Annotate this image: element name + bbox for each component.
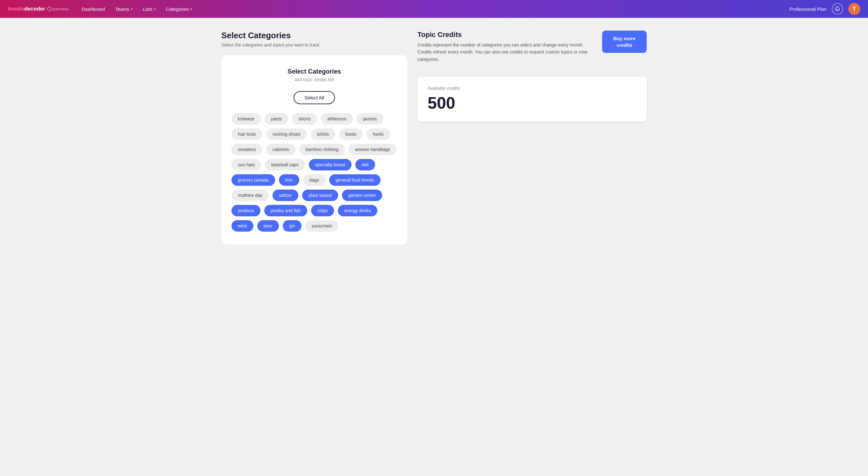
- tag-plant-based[interactable]: plant based: [302, 189, 338, 201]
- tag-knitwear[interactable]: knitwear: [231, 113, 261, 125]
- logo[interactable]: trendsdecoder granularity: [8, 6, 69, 12]
- tag-sunscreen[interactable]: sunscreen: [305, 220, 339, 232]
- tag-general-food-trends[interactable]: general food trends: [329, 174, 380, 186]
- main-nav: Dashboard Teams ▾ Lists ▾ Categories ▾: [82, 6, 789, 12]
- available-credits-card: Available credits 500: [417, 77, 647, 121]
- avatar[interactable]: T: [848, 3, 860, 15]
- chevron-down-icon: ▾: [154, 7, 156, 11]
- logo-decoder: decoder: [24, 6, 45, 12]
- navbar-right: Professional Plan T: [789, 3, 860, 15]
- credits-header: Topic Credits Credits represent the numb…: [417, 31, 647, 69]
- nav-dashboard[interactable]: Dashboard: [82, 6, 105, 12]
- tag-sneakers[interactable]: sneakers: [231, 144, 262, 155]
- right-panel: Topic Credits Credits represent the numb…: [417, 31, 647, 244]
- tag-produce[interactable]: produce: [231, 205, 260, 216]
- page-subtitle: Select the categories and topics you wan…: [221, 42, 407, 48]
- tag-energy-drinks[interactable]: energy drinks: [338, 205, 377, 216]
- tag-cabinets[interactable]: cabinets: [266, 144, 296, 155]
- tag-bamboo-clothing[interactable]: bamboo clothing: [299, 144, 345, 155]
- topic-credits-desc: Credits represent the number of categori…: [417, 41, 596, 63]
- tag-chips[interactable]: chips: [311, 205, 334, 216]
- tag-garden-centre[interactable]: garden centre: [342, 189, 382, 201]
- tag-hair-tools[interactable]: hair tools: [231, 128, 262, 140]
- tag-shorts[interactable]: shorts: [292, 113, 317, 125]
- tag-tshirts[interactable]: tshirts: [311, 128, 335, 140]
- plan-label: Professional Plan: [789, 6, 827, 12]
- tag-gin[interactable]: gin: [283, 220, 302, 232]
- tag-specialty-bread[interactable]: specialty bread: [309, 159, 351, 171]
- card-subtitle: 484 topic credits left: [231, 77, 397, 82]
- tag-beer[interactable]: beer: [257, 220, 279, 232]
- main-content: Select Categories Select the categories …: [211, 18, 657, 257]
- tag-bags[interactable]: bags: [303, 174, 326, 186]
- card-title: Select Categories: [231, 68, 397, 75]
- chevron-down-icon: ▾: [131, 7, 132, 11]
- tag-women-handbags[interactable]: women handbags: [349, 144, 397, 155]
- credits-text-block: Topic Credits Credits represent the numb…: [417, 31, 596, 69]
- tag-seltzer[interactable]: seltzer: [273, 189, 298, 201]
- page-title: Select Categories: [221, 31, 407, 40]
- tag-grocery-canada[interactable]: grocery canada: [231, 174, 275, 186]
- tag-jackets[interactable]: jackets: [356, 113, 383, 125]
- logo-trends: trends: [8, 6, 24, 12]
- tag-deli[interactable]: deli: [355, 159, 375, 171]
- left-panel: Select Categories Select the categories …: [221, 31, 407, 244]
- categories-card: Select Categories 484 topic credits left…: [221, 55, 407, 244]
- tag-pants[interactable]: pants: [265, 113, 288, 125]
- tag-poultry-and-fish[interactable]: poultry and fish: [264, 205, 307, 216]
- nav-teams[interactable]: Teams ▾: [115, 6, 132, 12]
- credits-number: 500: [428, 93, 637, 113]
- available-credits-label: Available credits: [428, 86, 637, 91]
- tag-boots[interactable]: boots: [339, 128, 363, 140]
- tag-mothers-day[interactable]: mothers day: [231, 189, 269, 201]
- tag-running-shoes[interactable]: running shoes: [266, 128, 307, 140]
- navbar: trendsdecoder granularity Dashboard Team…: [0, 0, 868, 18]
- nav-lists[interactable]: Lists ▾: [143, 6, 156, 12]
- tags-container: knitwearpantsshortsathleisurejacketshair…: [231, 113, 397, 232]
- tag-baseball-caps[interactable]: baseball caps: [265, 159, 305, 171]
- tag-hmr[interactable]: hmr: [279, 174, 299, 186]
- notifications-bell-icon[interactable]: [832, 3, 843, 14]
- tag-athleisure[interactable]: athleisure: [321, 113, 353, 125]
- buy-credits-button[interactable]: Buy more credits: [602, 31, 647, 53]
- logo-by-granularity: granularity: [47, 7, 69, 11]
- chevron-down-icon: ▾: [190, 7, 192, 11]
- tag-sun-hats[interactable]: sun hats: [231, 159, 261, 171]
- tag-wine[interactable]: wine: [231, 220, 253, 232]
- select-all-button[interactable]: Select All: [293, 91, 335, 104]
- svg-point-0: [48, 7, 51, 11]
- tag-heels[interactable]: heels: [367, 128, 390, 140]
- topic-credits-title: Topic Credits: [417, 31, 596, 39]
- nav-categories[interactable]: Categories ▾: [166, 6, 192, 12]
